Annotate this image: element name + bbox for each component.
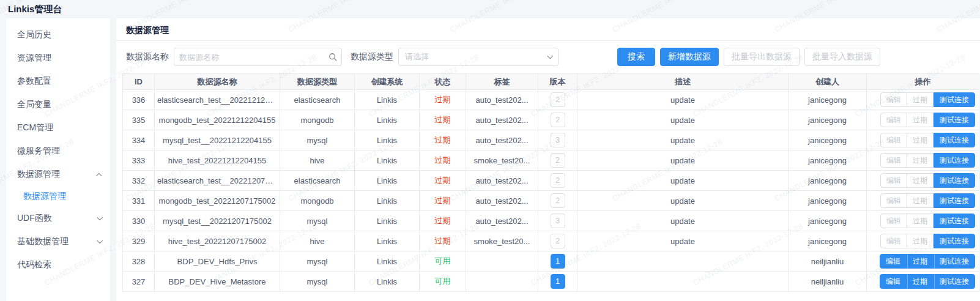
cell-description: update <box>577 211 789 231</box>
column-header: 数据源类型 <box>280 74 355 90</box>
cell-description: update <box>577 90 789 110</box>
version-badge[interactable]: 1 <box>551 274 565 289</box>
cell-version: 2 <box>538 110 577 130</box>
version-badge[interactable]: 3 <box>551 214 565 228</box>
expire-button: 过期 <box>907 153 934 168</box>
cell-id: 329 <box>123 231 155 251</box>
row-action-group: 编辑过期测试连接 <box>880 133 975 147</box>
status-badge: 过期 <box>435 135 451 144</box>
cell-name: hive_test_20221212204155 <box>155 150 280 171</box>
test-connection-button[interactable]: 测试连接 <box>934 193 975 208</box>
add-datasource-button[interactable]: 新增数据源 <box>660 48 719 66</box>
version-badge[interactable]: 2 <box>551 153 565 168</box>
table-row: 331mongodb_test_20221207175002mongodbLin… <box>123 191 979 211</box>
search-button[interactable]: 搜索 <box>617 48 655 66</box>
sidebar-item-resource-management[interactable]: 资源管理 <box>6 46 110 70</box>
sidebar-item-label: 代码检索 <box>17 259 51 270</box>
version-badge[interactable]: 2 <box>551 234 565 248</box>
sidebar-item-ecm-management[interactable]: ECM管理 <box>6 116 110 139</box>
edit-button[interactable]: 编辑 <box>880 274 907 289</box>
cell-creator: janicegong <box>789 211 867 231</box>
test-connection-button[interactable]: 测试连接 <box>934 274 975 289</box>
cell-id: 335 <box>123 110 155 130</box>
expire-button[interactable]: 过期 <box>907 274 934 289</box>
datasource-name-input[interactable] <box>174 48 342 66</box>
cell-name: elasticsearch_test__20221212204155 <box>155 90 280 110</box>
datasource-type-select[interactable]: 请选择 <box>398 48 559 66</box>
cell-version: 2 <box>538 191 577 211</box>
cell-creator: janicegong <box>789 150 867 171</box>
cell-tag: auto_test202... <box>466 191 538 211</box>
test-connection-button[interactable]: 测试连接 <box>934 214 975 228</box>
version-badge[interactable]: 3 <box>551 133 565 147</box>
row-action-group: 编辑过期测试连接 <box>880 234 975 248</box>
expire-button: 过期 <box>907 133 934 147</box>
test-connection-button[interactable]: 测试连接 <box>934 92 975 107</box>
column-header: 创建人 <box>789 74 867 90</box>
sidebar-item-datasource-management[interactable]: 数据源管理 <box>6 163 110 186</box>
status-badge: 过期 <box>435 155 451 165</box>
chevron-down-icon <box>97 214 103 220</box>
cell-status: 过期 <box>420 191 466 211</box>
table-row: 328BDP_DEV_Hdfs_PrivsmysqlLinkis可用1neilj… <box>123 251 979 272</box>
row-action-group: 编辑过期测试连接 <box>880 92 975 107</box>
row-action-group: 编辑过期测试连接 <box>880 254 975 269</box>
cell-status: 过期 <box>420 130 466 150</box>
edit-button: 编辑 <box>880 173 907 188</box>
datasource-name-input-wrap <box>174 48 342 66</box>
sidebar-item-microservice-management[interactable]: 微服务管理 <box>6 139 110 163</box>
sidebar-item-label: UDF函数 <box>17 213 52 224</box>
status-badge: 过期 <box>435 115 451 124</box>
test-connection-button[interactable]: 测试连接 <box>934 234 975 248</box>
cell-name: BDP_DEV_Hive_Metastore <box>155 272 280 292</box>
status-badge: 过期 <box>435 236 451 245</box>
cell-actions: 编辑过期测试连接 <box>867 150 979 171</box>
sidebar-item-label: 资源管理 <box>17 53 51 64</box>
test-connection-button[interactable]: 测试连接 <box>934 153 975 168</box>
version-badge[interactable]: 2 <box>551 193 565 208</box>
sidebar-item-parameter-config[interactable]: 参数配置 <box>6 70 110 93</box>
edit-button: 编辑 <box>880 214 907 228</box>
sidebar-item-datasource-management-sub[interactable]: 数据源管理 <box>6 186 110 207</box>
cell-status: 可用 <box>420 251 466 272</box>
column-header: 创建系统 <box>355 74 420 90</box>
cell-type: mysql <box>280 272 355 292</box>
sidebar-item-global-variables[interactable]: 全局变量 <box>6 93 110 116</box>
cell-name: elasticsearch_test__20221207175002 <box>155 171 280 191</box>
sidebar-item-code-search[interactable]: 代码检索 <box>6 253 110 277</box>
expire-button[interactable]: 过期 <box>907 254 934 269</box>
cell-id: 327 <box>123 272 155 292</box>
cell-actions: 编辑过期测试连接 <box>867 272 979 292</box>
batch-import-button: 批量导入数据源 <box>804 48 880 66</box>
version-badge[interactable]: 2 <box>551 173 565 188</box>
test-connection-button[interactable]: 测试连接 <box>934 173 975 188</box>
version-badge[interactable]: 2 <box>551 92 565 107</box>
cell-creator: janicegong <box>789 90 867 110</box>
test-connection-button[interactable]: 测试连接 <box>934 254 975 269</box>
cell-version: 2 <box>538 171 577 191</box>
cell-tag <box>466 272 538 292</box>
status-badge: 过期 <box>435 196 451 205</box>
cell-type: elasticsearch <box>280 171 355 191</box>
sidebar-item-global-history[interactable]: 全局历史 <box>6 23 110 46</box>
sidebar-item-label: 参数配置 <box>17 76 51 87</box>
version-badge[interactable]: 2 <box>551 113 565 127</box>
chevron-up-icon <box>96 173 102 179</box>
cell-status: 过期 <box>420 110 466 130</box>
cell-creator: neiljianliu <box>789 272 867 292</box>
cell-creator: janicegong <box>789 231 867 251</box>
cell-id: 336 <box>123 90 155 110</box>
cell-actions: 编辑过期测试连接 <box>867 130 979 150</box>
cell-type: mysql <box>280 211 355 231</box>
toolbar-buttons: 搜索 新增数据源 批量导出数据源 批量导入数据源 <box>617 48 880 66</box>
sidebar-item-basic-data-management[interactable]: 基础数据管理 <box>6 230 110 253</box>
cell-system: Linkis <box>355 231 420 251</box>
test-connection-button[interactable]: 测试连接 <box>934 133 975 147</box>
cell-name: mysql_test__20221207175002 <box>155 211 280 231</box>
edit-button[interactable]: 编辑 <box>880 254 907 269</box>
table-row: 335mongodb_test_20221212204155mongodbLin… <box>123 110 979 130</box>
sidebar-item-udf-functions[interactable]: UDF函数 <box>6 207 110 230</box>
test-connection-button[interactable]: 测试连接 <box>934 113 975 127</box>
version-badge[interactable]: 1 <box>551 254 565 269</box>
cell-type: hive <box>280 231 355 251</box>
